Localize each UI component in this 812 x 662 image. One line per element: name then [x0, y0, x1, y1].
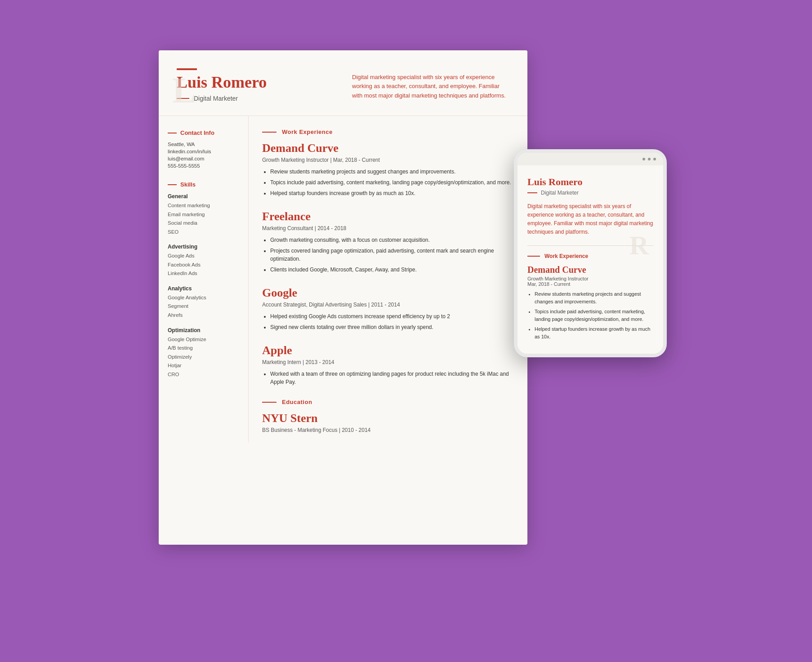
mobile-status-bar	[518, 153, 663, 165]
contact-dash	[168, 133, 177, 133]
skills-advertising-item-3: LinkedIn Ads	[168, 269, 239, 278]
job-bullet-g-2: Signed new clients totaling over three m…	[270, 323, 514, 331]
job-bullet-dc-2: Topics include paid advertising, content…	[270, 178, 514, 187]
job-meta-demand-curve: Growth Marketing Instructor | Mar, 2018 …	[262, 157, 514, 163]
mobile-bullet-2: Topics include paid advertising, content…	[535, 308, 653, 323]
contact-info: Seattle, WA linkedin.com/in/luis luis@em…	[168, 142, 239, 169]
skills-analytics-item-1: Google Analytics	[168, 293, 239, 302]
edu-dash	[262, 402, 277, 403]
job-company-google: Google	[262, 286, 514, 300]
job-company-apple: Apple	[262, 344, 514, 357]
resume-title-line: Digital Marketer	[177, 95, 334, 102]
skills-optimization-item-1: Google Optimize	[168, 335, 239, 344]
skills-optimization-item-4: Hotjar	[168, 361, 239, 370]
resume-name: Luis Romero	[177, 74, 334, 92]
education-header: Education	[262, 399, 514, 405]
skills-group-advertising: Advertising Google Ads Facebook Ads Link…	[168, 244, 239, 278]
skills-group-general: General Content marketing Email marketin…	[168, 193, 239, 236]
mobile-job-meta-line1: Growth Marketing Instructor	[527, 276, 589, 281]
resume-body: Contact Info Seattle, WA linkedin.com/in…	[159, 116, 527, 442]
job-bullet-fl-3: Clients included Google, Microsoft, Casp…	[270, 266, 514, 274]
mobile-title-row: Digital Marketer	[527, 190, 653, 196]
mobile-status-dot-2	[648, 158, 651, 160]
mobile-title-dash	[527, 192, 537, 193]
skills-group-analytics: Analytics Google Analytics Segment Ahref…	[168, 285, 239, 320]
job-google: Google Account Strategist, Digital Adver…	[262, 286, 514, 331]
job-meta-apple: Marketing Intern | 2013 - 2014	[262, 359, 514, 365]
skills-optimization-title: Optimization	[168, 327, 239, 333]
job-bullet-dc-3: Helped startup founders increase growth …	[270, 189, 514, 197]
skills-advertising-title: Advertising	[168, 244, 239, 250]
job-meta-google: Account Strategist, Digital Advertising …	[262, 302, 514, 308]
header-left: Luis Romero Digital Marketer L	[177, 68, 334, 102]
contact-location: Seattle, WA	[168, 142, 239, 147]
mobile-card: Luis Romero Digital Marketer R Digital m…	[514, 149, 667, 358]
mobile-watermark: R	[629, 230, 649, 261]
skills-analytics-item-3: Ahrefs	[168, 311, 239, 320]
skills-header: Skills	[168, 181, 239, 188]
work-exp-title: Work Experience	[282, 129, 333, 135]
skills-analytics-title: Analytics	[168, 285, 239, 292]
mobile-title-text: Digital Marketer	[541, 190, 579, 196]
contact-section: Contact Info Seattle, WA linkedin.com/in…	[168, 129, 239, 169]
mobile-job-bullets: Review students marketing projects and s…	[527, 290, 653, 340]
contact-header: Contact Info	[168, 129, 239, 136]
mobile-name: Luis Romero	[527, 176, 653, 188]
job-apple: Apple Marketing Intern | 2013 - 2014 Wor…	[262, 344, 514, 386]
skills-general-item-1: Content marketing	[168, 201, 239, 210]
job-bullets-apple: Worked with a team of three on optimizin…	[262, 370, 514, 386]
edu-title: Education	[282, 399, 312, 405]
edu-school: NYU Stern	[262, 412, 514, 425]
job-bullet-g-1: Helped existing Google Ads customers inc…	[270, 312, 514, 320]
mobile-job-meta-line2: Mar, 2018 - Current	[527, 281, 570, 287]
skills-group-optimization: Optimization Google Optimize A/B testing…	[168, 327, 239, 379]
job-bullets-google: Helped existing Google Ads customers inc…	[262, 312, 514, 331]
mobile-work-title: Work Experience	[544, 253, 588, 259]
skills-optimization-item-2: A/B testing	[168, 344, 239, 353]
header-accent-bar	[177, 68, 197, 70]
mobile-status-dot-3	[653, 158, 656, 160]
mobile-work-dash	[527, 256, 540, 257]
job-bullet-fl-1: Growth marketing consulting, with a focu…	[270, 236, 514, 244]
job-bullet-a-1: Worked with a team of three on optimizin…	[270, 370, 514, 386]
skills-advertising-item-1: Google Ads	[168, 252, 239, 261]
mobile-bullet-1: Review students marketing projects and s…	[535, 290, 653, 305]
skills-dash	[168, 184, 177, 185]
skills-analytics-item-2: Segment	[168, 302, 239, 311]
scene: Luis Romero Digital Marketer L Digital m…	[159, 50, 653, 612]
header-summary: Digital marketing specialist with six ye…	[352, 73, 509, 101]
job-bullets-demand-curve: Review students marketing projects and s…	[262, 168, 514, 197]
job-company-demand-curve: Demand Curve	[262, 142, 514, 155]
contact-phone: 555-555-5555	[168, 163, 239, 169]
work-experience-header: Work Experience	[262, 129, 514, 135]
edu-meta: BS Business - Marketing Focus | 2010 - 2…	[262, 427, 514, 433]
skills-optimization-item-3: Optimizely	[168, 353, 239, 362]
work-exp-dash	[262, 132, 277, 133]
skills-general-item-3: Social media	[168, 219, 239, 228]
header-watermark: L	[172, 70, 196, 111]
mobile-content: Luis Romero Digital Marketer R Digital m…	[518, 165, 663, 354]
mobile-status-dot-1	[642, 158, 645, 160]
job-bullets-freelance: Growth marketing consulting, with a focu…	[262, 236, 514, 274]
mobile-job-meta: Growth Marketing Instructor Mar, 2018 - …	[527, 276, 653, 287]
main-content: Work Experience Demand Curve Growth Mark…	[249, 116, 527, 442]
contact-title: Contact Info	[180, 129, 214, 136]
skills-title: Skills	[180, 181, 196, 188]
mobile-job-company: Demand Curve	[527, 265, 653, 275]
resume-card: Luis Romero Digital Marketer L Digital m…	[159, 50, 527, 545]
resume-title: Digital Marketer	[194, 95, 238, 102]
skills-general-title: General	[168, 193, 239, 200]
contact-email: luis@email.com	[168, 156, 239, 161]
job-bullet-dc-1: Review students marketing projects and s…	[270, 168, 514, 176]
skills-general-item-4: SEO	[168, 228, 239, 237]
job-demand-curve: Demand Curve Growth Marketing Instructor…	[262, 142, 514, 197]
job-bullet-fl-2: Projects covered landing page optimizati…	[270, 247, 514, 263]
job-freelance: Freelance Marketing Consultant | 2014 - …	[262, 210, 514, 274]
contact-linkedin: linkedin.com/in/luis	[168, 149, 239, 154]
skills-advertising-item-2: Facebook Ads	[168, 261, 239, 270]
skills-optimization-item-5: CRO	[168, 370, 239, 379]
job-meta-freelance: Marketing Consultant | 2014 - 2018	[262, 225, 514, 231]
sidebar: Contact Info Seattle, WA linkedin.com/in…	[159, 116, 249, 442]
header-right: Digital marketing specialist with six ye…	[352, 68, 509, 101]
mobile-bullet-3: Helped startup founders increase growth …	[535, 325, 653, 340]
